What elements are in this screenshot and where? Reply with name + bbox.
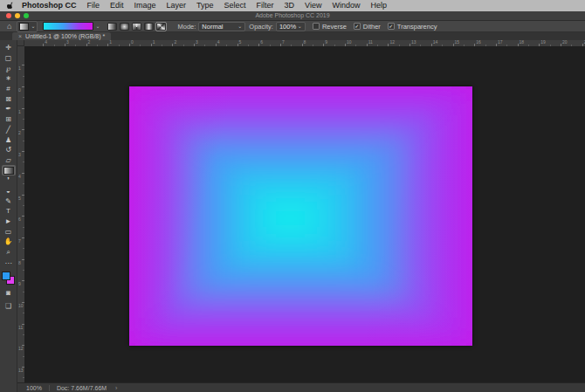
menu-item-view[interactable]: View xyxy=(299,0,327,11)
menu-item-photoshop-cc[interactable]: Photoshop CC xyxy=(17,0,82,11)
transparency-checkbox[interactable]: ✓Transparency xyxy=(388,23,437,31)
ruler-label: 7 xyxy=(282,40,285,45)
zoom-tool[interactable]: ⌕ xyxy=(2,247,16,258)
menu-item-layer[interactable]: Layer xyxy=(162,0,192,11)
reverse-checkbox[interactable]: Reverse xyxy=(313,23,347,31)
ruler-label: 14 xyxy=(433,40,438,45)
ruler-label: 4 xyxy=(217,40,220,45)
rectangle-tool[interactable]: ▭ xyxy=(2,226,16,237)
chevron-down-icon: ⌄ xyxy=(237,24,242,29)
gradient-type-buttons xyxy=(107,23,166,31)
menu-item-3d[interactable]: 3D xyxy=(279,0,300,11)
hand-tool[interactable]: ✋ xyxy=(2,237,16,247)
move-tool[interactable]: ✛ xyxy=(2,43,16,53)
ruler-label: 6 xyxy=(260,40,263,45)
clone-stamp-tool[interactable]: ♟ xyxy=(2,134,16,145)
checkbox-unchecked-icon xyxy=(313,23,320,30)
healing-brush-tool[interactable]: ⊞ xyxy=(2,114,16,125)
lasso-tool[interactable]: ℘ xyxy=(2,63,16,73)
status-options-chevron-icon[interactable]: › xyxy=(115,385,117,391)
screen-mode-button[interactable]: ❏ xyxy=(5,301,11,311)
status-bar: 100% Doc: 7.66M/7.66M › xyxy=(17,382,585,392)
frame-tool[interactable]: ⊠ xyxy=(2,93,16,104)
close-tab-icon[interactable]: × xyxy=(18,33,22,39)
menu-item-select[interactable]: Select xyxy=(219,0,251,11)
menu-item-type[interactable]: Type xyxy=(191,0,219,11)
ruler-label: 1 xyxy=(153,40,155,45)
foreground-color-swatch[interactable] xyxy=(2,272,10,280)
ruler-label: 3 xyxy=(66,40,69,45)
diamond-gradient-button[interactable] xyxy=(156,23,166,31)
magic-wand-tool[interactable]: ∗ xyxy=(2,73,16,84)
tool-options-bar: ⌂ ⌄ ⌄ Mode: Normal ⌄ Opacity: 100% ⌄ Rev… xyxy=(0,21,585,32)
reflected-gradient-button[interactable] xyxy=(144,23,154,31)
ruler-label: 2 xyxy=(88,40,91,45)
macos-menu-bar: Photoshop CCFileEditImageLayerTypeSelect… xyxy=(0,0,585,11)
ruler-label: 19 xyxy=(540,40,546,45)
chevron-down-icon: ⌄ xyxy=(31,24,35,29)
menu-item-file[interactable]: File xyxy=(82,0,106,11)
opacity-value: 100% xyxy=(279,23,296,31)
gradient-preset-thumbnail xyxy=(19,23,29,31)
pen-tool[interactable]: ✎ xyxy=(2,196,16,206)
brush-tool[interactable]: ╱ xyxy=(2,125,16,135)
ruler-label: 1 xyxy=(109,40,112,45)
history-brush-tool[interactable]: ↺ xyxy=(2,145,16,155)
menu-item-help[interactable]: Help xyxy=(365,0,392,11)
apple-icon[interactable] xyxy=(7,2,15,10)
ruler-label: 0 xyxy=(18,88,21,93)
menu-item-image[interactable]: Image xyxy=(129,0,162,11)
eraser-tool[interactable]: ▱ xyxy=(2,155,16,166)
document-canvas[interactable] xyxy=(129,86,472,346)
dither-checkbox[interactable]: ✓Dither xyxy=(354,23,381,31)
linear-gradient-button[interactable] xyxy=(107,23,117,31)
type-tool[interactable]: T xyxy=(2,206,16,217)
path-selection-tool[interactable]: ► xyxy=(2,217,16,227)
zoom-level-field[interactable]: 100% xyxy=(26,385,42,391)
eyedropper-tool[interactable]: ✒ xyxy=(2,104,16,114)
menu-item-edit[interactable]: Edit xyxy=(105,0,129,11)
blend-mode-select[interactable]: Normal ⌄ xyxy=(198,22,245,31)
gradient-option-checkboxes: Reverse✓Dither✓Transparency xyxy=(306,23,437,31)
ruler-label: 20 xyxy=(562,40,568,45)
ruler-label: 2 xyxy=(18,131,21,135)
ruler-label: 18 xyxy=(520,40,525,45)
marquee-tool[interactable]: ▢ xyxy=(2,53,16,64)
gradient-editor-preview[interactable] xyxy=(43,22,93,31)
opacity-select[interactable]: 100% ⌄ xyxy=(276,22,306,31)
checkbox-checked-icon: ✓ xyxy=(388,23,395,30)
checkbox-checked-icon: ✓ xyxy=(354,23,361,30)
photoshop-window: Photoshop CCFileEditImageLayerTypeSelect… xyxy=(0,0,585,392)
gradient-tint-overlay xyxy=(129,86,472,346)
ruler-label: 1 xyxy=(18,110,21,114)
document-tab[interactable]: × Untitled-1 @ 100% (RGB/8) * xyxy=(12,32,111,40)
ruler-origin-corner[interactable] xyxy=(17,40,24,46)
menu-item-filter[interactable]: Filter xyxy=(251,0,279,11)
color-swatches[interactable] xyxy=(2,272,15,285)
document-size-info: Doc: 7.66M/7.66M xyxy=(57,385,107,391)
ruler-label: 0 xyxy=(131,40,134,45)
opacity-label: Opacity: xyxy=(249,23,273,31)
ruler-label: 10 xyxy=(18,304,24,308)
home-icon[interactable]: ⌂ xyxy=(7,21,11,31)
ruler-label: 5 xyxy=(18,196,21,201)
tool-preset-picker[interactable]: ⌄ xyxy=(17,21,38,32)
blur-tool[interactable]: ❜ xyxy=(2,175,16,186)
ruler-label: 3 xyxy=(196,40,198,45)
quick-mask-mode-button[interactable]: ◙ xyxy=(6,288,10,298)
crop-tool[interactable]: # xyxy=(2,84,16,94)
ruler-label: 2 xyxy=(174,40,176,45)
angle-gradient-button[interactable] xyxy=(132,23,141,31)
menu-item-window[interactable]: Window xyxy=(327,0,365,11)
ruler-label: 10 xyxy=(347,40,352,45)
ruler-label: 9 xyxy=(325,40,327,45)
ruler-label: 12 xyxy=(389,40,395,45)
gradient-tool[interactable] xyxy=(2,165,16,175)
canvas-pasteboard[interactable] xyxy=(24,46,585,382)
gradient-picker-chevron-icon[interactable]: ⌄ xyxy=(95,24,100,29)
dodge-tool[interactable]: ◒ xyxy=(2,186,16,196)
radial-gradient-button[interactable] xyxy=(120,23,129,31)
edit-toolbar-icon[interactable]: ⋯ xyxy=(5,259,12,267)
mode-label: Mode: xyxy=(178,23,196,31)
ruler-label: 8 xyxy=(18,261,21,265)
